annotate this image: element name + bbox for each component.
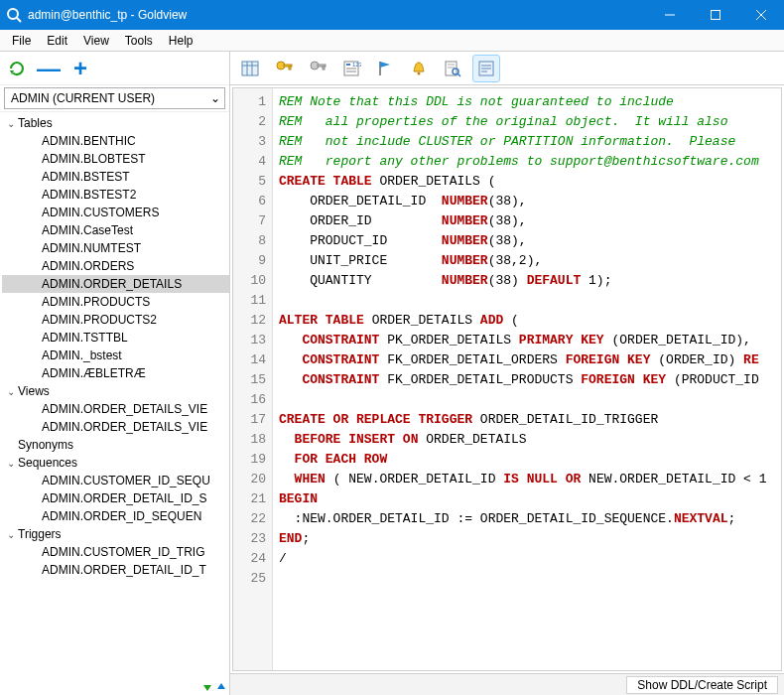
tree-item-label: ADMIN._bstest: [42, 348, 122, 362]
svg-line-1: [17, 18, 21, 22]
titlebar: admin@benthic_tp - Goldview: [0, 0, 784, 30]
schema-dropdown-value: ADMIN (CURRENT USER): [11, 91, 155, 105]
object-tree[interactable]: ⌄TablesADMIN.BENTHICADMIN.BLOBTESTADMIN.…: [0, 112, 229, 597]
menu-tools[interactable]: Tools: [117, 32, 161, 50]
toolbar-flag-button[interactable]: [371, 55, 399, 82]
svg-text:123: 123: [352, 62, 361, 68]
tree-group-sequences[interactable]: ⌄Sequences: [2, 454, 229, 472]
tree-item[interactable]: ADMIN.BLOBTEST: [2, 150, 229, 168]
code-area[interactable]: REM Note that this DDL is not guaranteed…: [273, 88, 781, 670]
tree-item[interactable]: ADMIN.PRODUCTS: [2, 293, 229, 311]
tree-item-label: ADMIN.BSTEST: [42, 170, 130, 184]
menu-view[interactable]: View: [75, 32, 117, 50]
tree-item[interactable]: ADMIN.ORDER_ID_SEQUEN: [2, 507, 229, 525]
svg-marker-25: [380, 62, 390, 68]
tree-group-label: Triggers: [18, 527, 62, 541]
bell-icon: [409, 59, 429, 78]
tree-item[interactable]: ADMIN.ORDER_DETAILS_VIE: [2, 418, 229, 436]
tree-group-synonyms[interactable]: Synonyms: [2, 436, 229, 454]
maximize-button[interactable]: [693, 0, 738, 30]
toolbar-list-button[interactable]: 123: [337, 55, 365, 82]
chevron-down-icon: ⌄: [4, 458, 18, 469]
menu-file[interactable]: File: [4, 32, 39, 50]
tree-item-label: ADMIN.ORDER_ID_SEQUEN: [42, 509, 201, 523]
code-editor[interactable]: 1234567891011121314151617181920212223242…: [232, 87, 782, 671]
tree-item-label: ADMIN.ORDER_DETAILS: [42, 277, 182, 291]
menu-help[interactable]: Help: [161, 32, 201, 50]
svg-rect-15: [289, 67, 291, 70]
svg-point-0: [8, 9, 18, 19]
tree-item-label: ADMIN.CaseTest: [42, 223, 133, 237]
close-button[interactable]: [738, 0, 784, 30]
tree-item[interactable]: ADMIN.BSTEST: [2, 168, 229, 186]
tree-group-triggers[interactable]: ⌄Triggers: [2, 525, 229, 543]
chevron-down-icon: ⌄: [4, 118, 18, 129]
refresh-button[interactable]: [6, 58, 28, 79]
toolbar-script-button[interactable]: [472, 55, 500, 82]
window-title: admin@benthic_tp - Goldview: [28, 8, 647, 22]
tree-item[interactable]: ADMIN.CUSTOMER_ID_SEQU: [2, 472, 229, 489]
tree-group-tables[interactable]: ⌄Tables: [2, 114, 229, 132]
statusbar: Show DDL/Create Script: [230, 673, 784, 695]
tree-item[interactable]: ADMIN.PRODUCTS2: [2, 311, 229, 329]
page-search-icon: [443, 59, 462, 78]
left-toolbar: — +: [0, 52, 229, 85]
tree-item[interactable]: ADMIN.TSTTBL: [2, 329, 229, 347]
tree-item-label: ADMIN.ORDER_DETAILS_VIE: [42, 402, 207, 416]
tree-item[interactable]: ADMIN.CUSTOMER_ID_TRIG: [2, 543, 229, 561]
chevron-down-icon: ⌄: [4, 386, 18, 397]
toolbar-bell-button[interactable]: [405, 55, 433, 82]
tree-item-label: ADMIN.PRODUCTS: [42, 295, 150, 309]
sort-down-icon[interactable]: [201, 681, 213, 693]
tree-item[interactable]: ADMIN.ORDERS: [2, 257, 229, 275]
chevron-down-icon: ⌄: [4, 529, 18, 540]
tree-item[interactable]: ADMIN.ORDER_DETAILS: [2, 275, 229, 293]
svg-marker-8: [217, 683, 225, 689]
tree-item[interactable]: ADMIN.ORDER_DETAIL_ID_T: [2, 561, 229, 579]
tree-group-label: Tables: [18, 116, 53, 130]
tree-item[interactable]: ADMIN.ÆBLETRÆ: [2, 364, 229, 382]
status-mode: Show DDL/Create Script: [626, 676, 778, 694]
tree-group-label: Synonyms: [18, 438, 73, 452]
tree-item-label: ADMIN.BLOBTEST: [42, 152, 146, 166]
tree-item[interactable]: ADMIN.BSTEST2: [2, 186, 229, 204]
tree-item[interactable]: ADMIN.CUSTOMERS: [2, 204, 229, 221]
tree-item-label: ADMIN.CUSTOMER_ID_SEQU: [42, 474, 210, 487]
tree-item[interactable]: ADMIN.NUMTEST: [2, 239, 229, 257]
toolbar-columns-button[interactable]: [236, 55, 264, 82]
tree-item[interactable]: ADMIN.ORDER_DETAIL_ID_S: [2, 489, 229, 507]
tree-item-label: ADMIN.CUSTOMER_ID_TRIG: [42, 545, 204, 559]
toolbar-key-grey-button[interactable]: [304, 55, 331, 82]
expand-button[interactable]: +: [69, 58, 91, 79]
tree-item[interactable]: ADMIN.ORDER_DETAILS_VIE: [2, 400, 229, 418]
tree-item-label: ADMIN.BSTEST2: [42, 188, 136, 202]
tree-item-label: ADMIN.ORDER_DETAILS_VIE: [42, 420, 207, 434]
tree-item[interactable]: ADMIN.CaseTest: [2, 221, 229, 239]
svg-rect-18: [323, 67, 325, 70]
sort-up-icon[interactable]: [215, 681, 227, 693]
chevron-down-icon: ⌄: [210, 91, 220, 105]
svg-line-31: [457, 73, 460, 76]
menu-edit[interactable]: Edit: [39, 32, 75, 50]
tree-group-label: Views: [18, 384, 50, 398]
app-icon: [6, 7, 22, 23]
schema-dropdown[interactable]: ADMIN (CURRENT USER) ⌄: [4, 87, 225, 109]
right-toolbar: 123: [230, 52, 784, 85]
tree-item[interactable]: ADMIN.BENTHIC: [2, 132, 229, 150]
tree-item-label: ADMIN.ORDER_DETAIL_ID_T: [42, 563, 206, 577]
collapse-button[interactable]: —: [38, 58, 60, 79]
svg-rect-9: [242, 62, 258, 75]
tree-item[interactable]: ADMIN._bstest: [2, 347, 229, 364]
line-gutter: 1234567891011121314151617181920212223242…: [233, 88, 273, 670]
flag-icon: [375, 59, 395, 78]
tree-item-label: ADMIN.ORDER_DETAIL_ID_S: [42, 491, 206, 505]
tree-item-label: ADMIN.CUSTOMERS: [42, 206, 159, 219]
tree-item-label: ADMIN.ORDERS: [42, 259, 134, 273]
toolbar-key-yellow-button[interactable]: [270, 55, 298, 82]
toolbar-page-search-button[interactable]: [439, 55, 466, 82]
tree-item-label: ADMIN.TSTTBL: [42, 331, 128, 345]
columns-icon: [240, 59, 260, 78]
tree-group-views[interactable]: ⌄Views: [2, 382, 229, 400]
minimize-button[interactable]: [647, 0, 693, 30]
key-grey-icon: [308, 59, 327, 78]
